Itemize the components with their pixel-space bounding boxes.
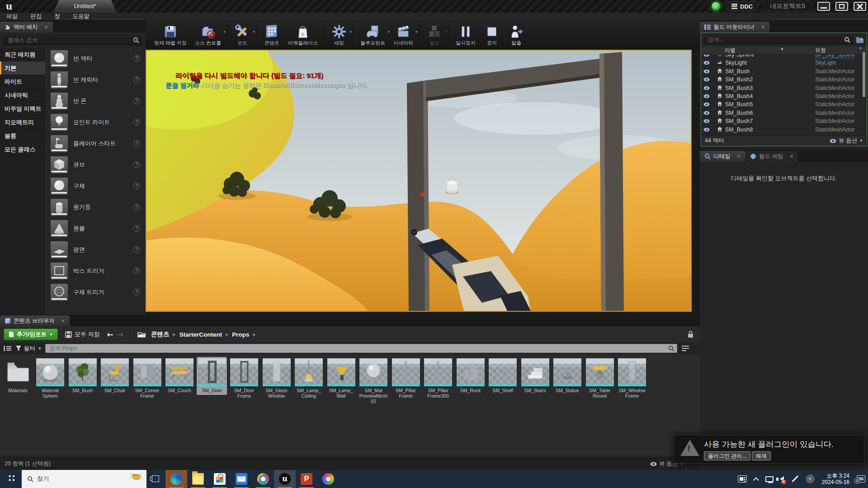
pen-icon[interactable] [792,476,797,482]
outliner-row[interactable]: SkyLightSkyLight [701,59,867,67]
toolbar-eject-button[interactable]: 탈출 [504,23,528,47]
toolbar-source-control-button[interactable]: ▼소스 컨트롤 [191,23,225,47]
help-icon[interactable]: ? [133,119,140,126]
ddc-button[interactable]: DDC [726,1,759,11]
visibility-eye-icon[interactable] [703,111,710,115]
category-item[interactable]: 모든 클래스 [0,143,45,156]
sources-panel-icon[interactable] [4,345,11,352]
taskbar-app-edge[interactable] [165,470,187,488]
dropdown-caret-icon[interactable]: ▼ [223,30,226,33]
toolbar-blueprints-button[interactable]: ▼블루프린트 [356,23,389,47]
place-actor-item[interactable]: 원기둥? [45,197,146,218]
visibility-toggle[interactable] [703,59,710,67]
menu-0[interactable]: 파일 [0,13,24,20]
menu-1[interactable]: 편집 [24,13,48,20]
dropdown-caret-icon[interactable]: ▼ [252,30,255,33]
close-icon[interactable]: ✕ [61,318,65,324]
visibility-toggle[interactable] [703,109,710,117]
asset-tile[interactable]: SM_Pillar Frame300 [423,357,453,400]
toolbar-settings-button[interactable]: ▼세팅 [327,23,351,47]
view-settings-icon[interactable] [682,346,689,352]
toolbar-save-level-button[interactable]: 현재 레벨 저장 [150,23,191,47]
category-item[interactable]: 최근 배치됨 [0,48,45,61]
asset-tile[interactable]: SM_Pillar Frame [391,357,421,400]
lock-icon[interactable] [688,331,693,338]
taskbar-app-paint[interactable] [317,470,339,488]
forward-button[interactable]: → [117,330,123,339]
dropdown-caret-icon[interactable]: ▼ [349,30,352,33]
place-actor-item[interactable]: 빈 캐릭터? [45,69,146,90]
help-icon[interactable]: ? [133,225,140,232]
restore-button[interactable] [835,2,848,11]
category-item[interactable]: 시네마틱 [0,89,45,102]
asset-tile[interactable]: SM_Stairs [520,357,550,395]
tab-world-settings[interactable]: 월드 세팅✕ [745,151,798,162]
place-actor-item[interactable]: 큐브? [45,154,146,175]
place-actor-item[interactable]: 빈 폰? [45,90,146,112]
outliner-row[interactable]: SM_Bush6StaticMeshActor [701,109,867,117]
taskbar-app-explorer[interactable] [187,470,209,488]
outliner-row[interactable]: SM_Bush4StaticMeshActor [701,92,867,100]
help-icon[interactable]: ? [133,289,140,296]
taskbar-app-chrome[interactable] [252,470,274,488]
visibility-toggle[interactable] [703,55,710,59]
taskbar-clock[interactable]: 오후 3:24 2024-05-16 [822,473,849,485]
asset-tile[interactable]: SM_Rock [455,357,486,395]
outliner-row[interactable]: SM_Bush7StaticMeshActor [701,117,867,125]
help-icon[interactable]: ? [133,183,140,189]
outliner-search-input[interactable] [704,35,853,44]
visibility-toggle[interactable] [703,84,710,92]
sort-asc-icon[interactable]: ▲ [780,47,784,51]
breadcrumb-item[interactable]: Props [232,331,249,338]
level-tab[interactable]: Untitled* [53,0,117,13]
place-actor-item[interactable]: 구체? [45,175,146,197]
visibility-toggle[interactable] [703,100,710,108]
outliner-row[interactable]: SM_BushStaticMeshActor [701,67,867,75]
toolbar-content-button[interactable]: 콘텐츠 [259,23,284,47]
outliner-row[interactable]: SM_Bush3StaticMeshActor [701,84,867,92]
category-item[interactable]: 라이트 [0,75,45,89]
outliner-row[interactable]: SM_Bush8StaticMeshActor [701,126,867,134]
news-widget-icon[interactable] [738,475,747,483]
path-folder-icon[interactable] [137,331,146,338]
tray-expand-icon[interactable] [753,477,759,483]
asset-tile[interactable]: SM_Door Frame [229,357,259,400]
asset-tile[interactable]: SM_Mat PreviewMesh 02 [359,357,389,406]
tab-content-browser[interactable]: 콘텐츠 브라우저✕ [0,315,70,326]
visibility-toggle[interactable] [703,117,710,125]
actor-type[interactable]: BP_Sky_Sphere [815,55,855,58]
add-import-button[interactable]: 추가/임포트▼ [4,328,58,340]
tutorial-icon[interactable] [711,1,721,11]
taskbar-search[interactable]: 찾기 [22,470,146,488]
visibility-toggle[interactable] [703,67,710,75]
place-actor-item[interactable]: 플레이어 스타트? [45,133,146,154]
filters-button[interactable]: 필터▼ [16,345,42,352]
taskbar-app-mail[interactable] [231,470,252,488]
start-button[interactable] [0,470,22,488]
viewport[interactable]: 라이팅을 다시 빌드해야 합니다 (빌드 필요: 91개) 문을 열거라 시지를… [146,50,692,312]
notification-center-icon[interactable]: 3 [857,475,865,483]
breadcrumb-item[interactable]: 콘텐츠 [151,330,170,338]
visibility-toggle[interactable] [703,75,710,84]
toolbar-stop-button[interactable]: 중지 [480,23,504,47]
asset-tile[interactable]: SM_Chair [100,357,130,395]
help-icon[interactable]: ? [133,98,140,104]
outliner-row[interactable]: SM_Bush2StaticMeshActor [701,75,867,84]
help-icon[interactable]: ? [133,267,140,274]
category-item[interactable]: 지오메트리 [0,116,45,129]
manage-plugins-button[interactable]: 플러그인 관리... [704,451,750,460]
visibility-eye-icon[interactable] [703,127,710,132]
outliner-row[interactable]: Sky SphereBP_Sky_Sphere [701,55,867,59]
status-circle-icon[interactable]: × [806,474,815,483]
asset-tile[interactable]: SM_Window Frame [617,357,647,400]
save-all-button[interactable]: 모두 저장 [65,330,100,338]
close-icon[interactable]: ✕ [737,154,741,160]
taskbar-app-store[interactable] [209,470,231,488]
visibility-toggle[interactable] [703,126,710,134]
toolbar-build-button[interactable]: ▼빌드 [422,23,447,47]
menu-2[interactable]: 창 [48,13,66,20]
visibility-eye-icon[interactable] [703,86,710,90]
asset-tile[interactable]: SM_Lamp_ Wall [326,357,356,400]
volume-muted-icon[interactable]: ✕ [780,476,784,482]
close-icon[interactable]: ✕ [761,24,765,30]
